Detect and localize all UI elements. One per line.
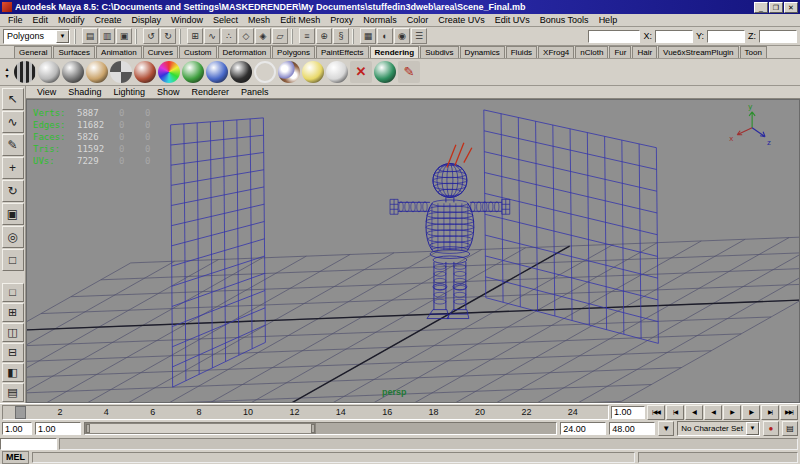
layout-hypershade-persp[interactable]: ▤ [2,383,24,402]
shelf-tab-hair[interactable]: Hair [632,46,657,58]
shelf-tab-xfrog4[interactable]: XFrog4 [538,46,574,58]
menu-help[interactable]: Help [594,14,623,27]
toolbar-separator[interactable] [179,29,184,44]
anisotropic-shader-ball-icon[interactable] [134,61,156,83]
blinn-shader-ball-icon[interactable] [86,61,108,83]
x--input[interactable] [655,30,693,43]
shelf-tab-surfaces[interactable]: Surfaces [53,46,95,58]
snap-plane-icon[interactable]: ◇ [238,28,254,44]
maximize-button[interactable]: ❐ [769,2,783,13]
z--input[interactable] [759,30,797,43]
shelf-tab-fur[interactable]: Fur [609,46,631,58]
panel-menu-shading[interactable]: Shading [63,86,106,99]
shelf-tab-deformation[interactable]: Deformation [218,46,272,58]
character-set-selector[interactable]: No Character Set ▼ [677,421,760,436]
playback-options-button[interactable]: ▼ [658,421,674,436]
file-open-icon[interactable]: ▥ [99,28,115,44]
menu-display[interactable]: Display [127,14,167,27]
menu-window[interactable]: Window [166,14,208,27]
go-to-end-button[interactable]: ▶▶| [780,405,798,420]
scale-tool[interactable]: ▣ [2,203,24,225]
panel-menu-view[interactable]: View [32,86,61,99]
layout-persp-outliner[interactable]: ◧ [2,363,24,382]
viewport-canvas[interactable]: yxzpersp Verts:588700Edges:1168200Faces:… [26,99,800,403]
minimize-button[interactable]: _ [754,2,768,13]
play-backwards-button[interactable]: ◀ [704,405,722,420]
shelf-tab-vue6xstreamplugin[interactable]: Vue6xStreamPlugin [658,46,738,58]
command-input[interactable] [0,438,57,450]
input-connections-icon[interactable]: ≡ [299,28,315,44]
y--input[interactable] [707,30,745,43]
move-tool[interactable]: + [2,157,24,179]
make-live-icon[interactable]: ◈ [255,28,271,44]
menu-mesh[interactable]: Mesh [243,14,275,27]
shelf-tab-rendering[interactable]: Rendering [370,46,420,58]
render-current-icon[interactable]: ◉ [394,28,410,44]
menu-proxy[interactable]: Proxy [325,14,358,27]
fluid-shader-icon[interactable] [374,61,396,83]
go-to-start-button[interactable]: |◀◀ [647,405,665,420]
animation-end-field[interactable] [609,422,655,435]
playback-end-field[interactable] [560,422,606,435]
chevron-down-icon[interactable]: ▼ [746,422,759,435]
phong-shader-ball-icon[interactable] [62,61,84,83]
snap-view-icon[interactable]: ▱ [272,28,288,44]
chevron-down-icon[interactable]: ▼ [56,30,69,43]
snap-curve-icon[interactable]: ∿ [204,28,220,44]
layout-two-pane-side[interactable]: ◫ [2,323,24,342]
panel-menu-renderer[interactable]: Renderer [186,86,234,99]
menu-normals[interactable]: Normals [358,14,402,27]
current-frame-field[interactable] [611,406,645,419]
panel-menu-lighting[interactable]: Lighting [108,86,150,99]
snap-point-icon[interactable]: ∴ [221,28,237,44]
last-tool-used[interactable]: □ [2,249,24,271]
panel-menu-panels[interactable]: Panels [236,86,274,99]
menu-modify[interactable]: Modify [53,14,90,27]
green-shader-ball-icon[interactable] [182,61,204,83]
shelf-tab-general[interactable]: General [14,46,52,58]
selection-input[interactable] [588,30,640,43]
step-back-frame-button[interactable]: ◀| [685,405,703,420]
shelf-tab-toon[interactable]: Toon [740,46,767,58]
delete-unused-nodes-icon[interactable]: ✕ [350,61,372,83]
range-start-handle[interactable] [86,424,90,433]
layout-four-pane[interactable]: ⊞ [2,303,24,322]
render-view-icon[interactable]: ▦ [360,28,376,44]
shelf-nav-down-icon[interactable]: ▾ [2,73,12,79]
shelf-nav-up-icon[interactable]: ▴ [2,66,12,72]
toolbar-separator[interactable] [291,29,296,44]
ramp-shader-ball-icon[interactable] [158,61,180,83]
shelf-tab-curves[interactable]: Curves [143,46,178,58]
select-tool[interactable]: ↖ [2,88,24,110]
layout-two-pane-stacked[interactable]: ⊟ [2,343,24,362]
menu-color[interactable]: Color [402,14,434,27]
layout-single-pane[interactable]: □ [2,283,24,302]
close-button[interactable]: ✕ [784,2,798,13]
menu-create-uvs[interactable]: Create UVs [433,14,490,27]
shelf-tab-custom[interactable]: Custom [179,46,217,58]
range-slider-bar[interactable] [84,422,557,435]
paint-effects-brush-icon[interactable]: ✎ [398,61,420,83]
spot-light-icon[interactable] [326,61,348,83]
range-end-handle[interactable] [311,424,315,433]
step-forward-frame-button[interactable]: |▶ [742,405,760,420]
playback-range[interactable] [85,423,316,434]
output-connections-icon[interactable]: ⊕ [316,28,332,44]
rotate-tool[interactable]: ↻ [2,180,24,202]
command-result[interactable] [59,438,798,450]
black-shader-ball-icon[interactable] [230,61,252,83]
file-save-icon[interactable]: ▣ [116,28,132,44]
ring-shader-icon[interactable] [254,61,276,83]
render-settings-icon[interactable]: ☰ [411,28,427,44]
shelf-tab-dynamics[interactable]: Dynamics [460,46,505,58]
animation-start-field[interactable] [2,422,32,435]
ambient-light-icon[interactable] [302,61,324,83]
title-bar[interactable]: Autodesk Maya 8.5: C:\Documents and Sett… [0,0,800,14]
shelf-tab-fluids[interactable]: Fluids [506,46,537,58]
toolbar-separator[interactable] [135,29,140,44]
toolbar-separator[interactable] [352,29,357,44]
shelf-tab-polygons[interactable]: Polygons [272,46,315,58]
striped-shader-ball-icon[interactable] [14,61,36,83]
menu-edit[interactable]: Edit [28,14,54,27]
menu-edit-uvs[interactable]: Edit UVs [490,14,535,27]
